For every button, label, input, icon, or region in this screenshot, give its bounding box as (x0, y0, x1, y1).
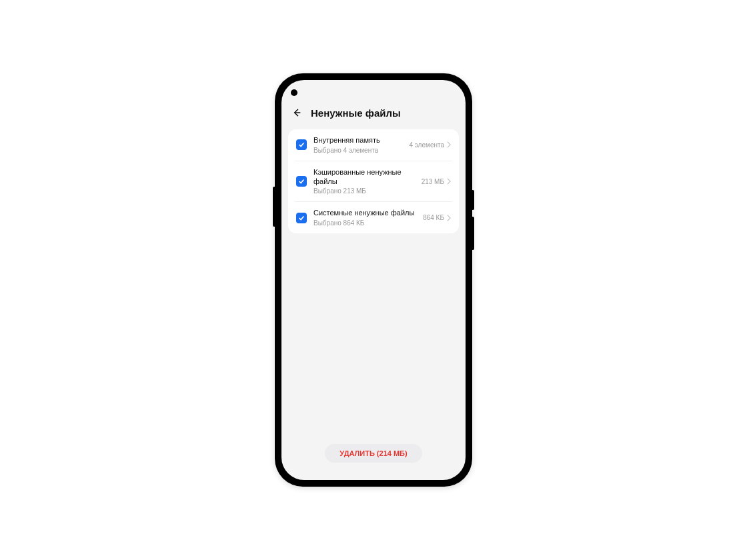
front-camera (291, 89, 297, 96)
checkbox[interactable] (296, 213, 307, 223)
list-item-main: Кэшированные ненужные файлы Выбрано 213 … (313, 168, 415, 195)
check-icon (298, 215, 305, 221)
page-title: Ненужные файлы (311, 107, 401, 119)
list-item-internal-storage[interactable]: Внутренняя память Выбрано 4 элемента 4 э… (295, 129, 452, 161)
chevron-right-icon (447, 178, 451, 185)
list-item-cached-junk[interactable]: Кэшированные ненужные файлы Выбрано 213 … (295, 161, 452, 202)
list-item-system-junk[interactable]: Системные ненужные файлы Выбрано 864 КБ … (295, 201, 452, 233)
checkbox[interactable] (296, 139, 307, 150)
list-item-right: 4 элемента (409, 141, 451, 149)
check-icon (298, 178, 305, 185)
phone-frame: Ненужные файлы Внутренняя память Выбрано… (275, 73, 472, 487)
side-button-right-top (472, 190, 474, 210)
side-button-left (273, 187, 275, 227)
checkbox[interactable] (296, 176, 307, 187)
list-item-main: Внутренняя память Выбрано 4 элемента (313, 136, 402, 154)
list-item-subtitle: Выбрано 864 КБ (313, 219, 416, 227)
back-button[interactable] (291, 107, 303, 119)
list-item-meta: 213 МБ (422, 178, 444, 185)
list-item-meta: 864 КБ (423, 214, 444, 221)
check-icon (298, 141, 305, 148)
list-item-right: 864 КБ (423, 214, 451, 221)
delete-button[interactable]: УДАЛИТЬ (214 МБ) (325, 444, 422, 463)
list-item-main: Системные ненужные файлы Выбрано 864 КБ (313, 209, 416, 227)
screen: Ненужные файлы Внутренняя память Выбрано… (281, 80, 466, 480)
list-item-right: 213 МБ (422, 178, 451, 185)
list-item-title: Внутренняя память (313, 136, 402, 145)
chevron-right-icon (447, 141, 451, 148)
list-item-title: Кэшированные ненужные файлы (313, 168, 415, 187)
arrow-left-icon (291, 107, 302, 118)
list-item-meta: 4 элемента (409, 141, 444, 149)
list-item-title: Системные ненужные файлы (313, 209, 416, 218)
footer: УДАЛИТЬ (214 МБ) (281, 444, 466, 480)
chevron-right-icon (447, 215, 451, 221)
items-card: Внутренняя память Выбрано 4 элемента 4 э… (288, 129, 459, 233)
list-item-subtitle: Выбрано 213 МБ (313, 187, 415, 195)
list-item-subtitle: Выбрано 4 элемента (313, 147, 402, 154)
app-header: Ненужные файлы (281, 80, 466, 127)
side-button-right-bottom (472, 217, 474, 250)
